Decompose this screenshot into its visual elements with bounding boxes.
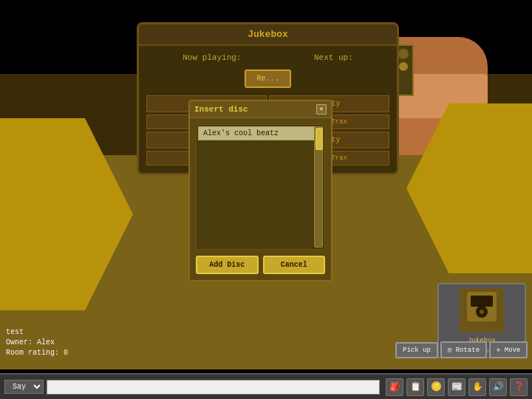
user-owner: Owner: Alex <box>6 338 68 348</box>
passport-icon[interactable]: 📰 <box>448 378 466 396</box>
scrollbar-thumb <box>316 128 323 150</box>
insert-disc-body: Alex's cool beatz Add Disc Cancel <box>190 118 331 280</box>
user-info: test Owner: Alex Room rating: 0 <box>6 327 68 358</box>
insert-disc-dialog: Insert disc ✕ Alex's cool beatz Add Disc… <box>188 100 332 282</box>
jukebox-disc <box>398 49 409 59</box>
insert-disc-title: Insert disc <box>194 105 248 114</box>
coins-icon[interactable]: 🪙 <box>427 378 445 396</box>
add-disc-button[interactable]: Add Disc <box>196 256 259 274</box>
jukebox-speaker <box>399 62 408 71</box>
jukebox-panel-title: Jukebox <box>139 24 397 46</box>
action-buttons: Pick up ◎ Rotate ✛ Move <box>395 341 528 358</box>
insert-disc-title-bar: Insert disc ✕ <box>190 101 331 118</box>
disc-item-0[interactable]: Alex's cool beatz <box>198 126 323 140</box>
disc-list: Alex's cool beatz <box>196 124 325 250</box>
hand-icon[interactable]: ✋ <box>468 378 486 396</box>
say-dropdown[interactable]: Say <box>4 380 44 394</box>
jukebox-header: Now playing: Next up: <box>146 53 389 62</box>
insert-disc-close-button[interactable]: ✕ <box>316 104 327 115</box>
question-icon[interactable]: ❓ <box>510 378 528 396</box>
insert-disc-buttons: Add Disc Cancel <box>196 256 325 274</box>
next-up-label: Next up: <box>314 53 353 62</box>
read-button[interactable]: Re... <box>245 69 290 88</box>
user-rating: Room rating: 0 <box>6 348 68 358</box>
chat-input[interactable] <box>47 380 380 395</box>
move-button[interactable]: ✛ Move <box>489 341 528 358</box>
svg-point-3 <box>480 310 484 314</box>
jukebox-icon-svg <box>463 288 500 325</box>
taskbar-icons: 🎒 📋 🪙 📰 ✋ 🔊 ❓ <box>386 378 528 396</box>
disc-scrollbar[interactable] <box>314 126 323 248</box>
jukebox-widget-image <box>460 288 504 332</box>
catalog-icon[interactable]: 📋 <box>406 378 424 396</box>
inventory-icon[interactable]: 🎒 <box>386 378 403 396</box>
cancel-button[interactable]: Cancel <box>263 256 326 274</box>
rotate-button[interactable]: ◎ Rotate <box>440 341 487 358</box>
svg-rect-1 <box>471 296 493 307</box>
sound-icon[interactable]: 🔊 <box>489 378 507 396</box>
taskbar: Say 🎒 📋 🪙 📰 ✋ 🔊 ❓ <box>0 373 532 399</box>
now-playing-label: Now playing: <box>183 53 241 62</box>
pickup-button[interactable]: Pick up <box>395 342 438 358</box>
user-name: test <box>6 327 68 338</box>
